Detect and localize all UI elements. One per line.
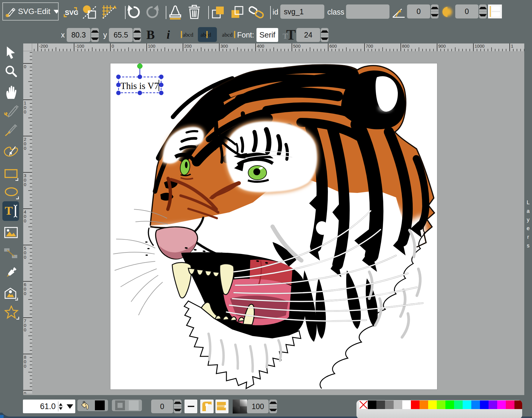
svg-text:-200: -200 <box>39 43 48 49</box>
svg-text:900: 900 <box>438 43 446 49</box>
svg-text:0: 0 <box>24 109 26 114</box>
svg-text:100: 100 <box>148 43 155 49</box>
svg-text:200: 200 <box>184 43 192 49</box>
svg-text:0: 0 <box>24 364 26 369</box>
svg-text:9: 9 <box>24 391 26 394</box>
svg-text:300: 300 <box>220 43 228 49</box>
svg-text:800: 800 <box>402 43 409 49</box>
svg-text:0: 0 <box>24 182 26 187</box>
svg-text:This is V7: This is V7 <box>121 81 159 91</box>
svg-text:0: 0 <box>24 327 26 332</box>
svg-text:abcd: abcd <box>183 32 193 38</box>
svg-text:0: 0 <box>24 218 26 223</box>
svg-text:abcd: abcd <box>222 32 233 38</box>
svg-text:0: 0 <box>24 291 26 296</box>
svg-text:0: 0 <box>24 255 26 260</box>
svg-text:600: 600 <box>329 43 337 49</box>
svg-text:1000: 1000 <box>475 43 484 49</box>
svg-text:0: 0 <box>112 43 114 49</box>
svg-text:700: 700 <box>366 43 373 49</box>
svg-text:500: 500 <box>293 43 301 49</box>
svg-text:-100: -100 <box>75 43 84 49</box>
svg-text:400: 400 <box>257 43 264 49</box>
svg-text:0: 0 <box>24 64 26 69</box>
svg-text:abcd: abcd <box>201 32 211 38</box>
svg-text:1: 1 <box>511 43 513 49</box>
svg-text:0: 0 <box>24 146 26 151</box>
